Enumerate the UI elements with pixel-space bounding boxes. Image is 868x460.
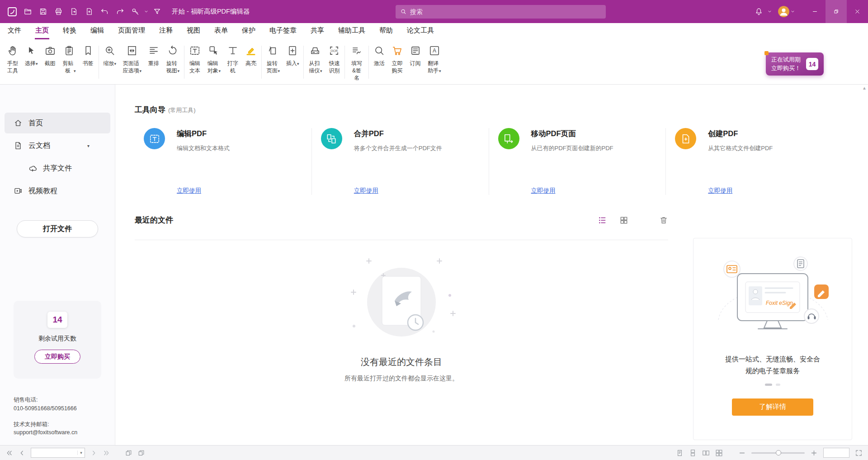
sidebar-item-video-tutorials[interactable]: 视频教程 xyxy=(5,180,110,201)
tab-share[interactable]: 共享 xyxy=(310,23,325,39)
ribbon-edit-object[interactable]: 编辑对象▾ xyxy=(204,44,224,75)
search-input[interactable] xyxy=(410,8,601,15)
previous-view-icon[interactable] xyxy=(125,449,132,457)
tab-protect[interactable]: 保护 xyxy=(241,23,256,39)
notifications-bell-icon[interactable] xyxy=(751,4,767,19)
zoom-slider[interactable] xyxy=(751,452,805,454)
trial-buy-badge[interactable]: 正在试用期 立即购买！ 14 xyxy=(766,52,824,76)
ribbon-subscribe[interactable]: 订阅 xyxy=(406,44,425,68)
quick-access-caret-icon[interactable] xyxy=(143,9,149,14)
tab-view[interactable]: 视图 xyxy=(186,23,201,39)
ribbon-translate-assistant[interactable]: 翻译助手▾ xyxy=(425,44,444,75)
redo-icon[interactable] xyxy=(112,4,127,19)
ribbon-insert-pages[interactable]: 插入▾ xyxy=(283,44,302,68)
tab-accessibility[interactable]: 辅助工具 xyxy=(338,23,366,39)
tab-home[interactable]: 主页 xyxy=(35,23,49,39)
undo-icon[interactable] xyxy=(97,4,112,19)
zoom-slider-thumb[interactable] xyxy=(776,450,781,455)
sidebar-item-cloud-docs[interactable]: 云文档 ▾ xyxy=(5,135,110,156)
page-number-input[interactable] xyxy=(31,450,77,456)
ribbon-zoom[interactable]: 缩放▾ xyxy=(100,44,120,68)
page-number-box[interactable]: ▾ xyxy=(31,448,85,458)
tab-paper-tools[interactable]: 论文工具 xyxy=(406,23,434,39)
list-view-icon[interactable] xyxy=(598,216,607,225)
page-dropdown-caret-icon[interactable]: ▾ xyxy=(77,451,85,455)
create-pdf-icon[interactable] xyxy=(81,4,97,19)
last-page-icon[interactable] xyxy=(103,449,110,457)
ribbon-typewriter[interactable]: 打字机 xyxy=(224,44,242,75)
ribbon-fit-page[interactable]: 页面适应选项▾ xyxy=(119,44,145,75)
ribbon-select[interactable]: 选择▾ xyxy=(22,44,41,68)
zoom-value-box[interactable] xyxy=(823,448,849,458)
tab-file[interactable]: 文件 xyxy=(7,23,22,39)
close-button[interactable] xyxy=(847,0,868,23)
buy-now-button[interactable]: 立即购买 xyxy=(34,350,80,364)
open-folder-icon[interactable] xyxy=(20,4,35,19)
carousel-dot-active[interactable] xyxy=(765,384,772,386)
restore-button[interactable] xyxy=(826,0,847,23)
open-file-button[interactable]: 打开文件 xyxy=(17,220,98,237)
account-caret-icon[interactable] xyxy=(790,9,796,14)
ribbon-clipboard[interactable]: 剪贴板▾ xyxy=(59,44,79,75)
previous-page-icon[interactable] xyxy=(18,449,26,457)
save-icon[interactable] xyxy=(35,4,51,19)
minimize-button[interactable] xyxy=(804,0,826,23)
export-pdf-icon[interactable] xyxy=(66,4,81,19)
ribbon-hand-tool[interactable]: 手型工具 xyxy=(4,44,22,75)
ribbon-bookmark[interactable]: 书签 xyxy=(79,44,97,68)
clear-recent-trash-icon[interactable] xyxy=(659,216,668,225)
use-now-link[interactable]: 立即使用 xyxy=(708,187,732,195)
print-icon[interactable] xyxy=(51,4,66,19)
first-page-icon[interactable] xyxy=(5,449,13,457)
carousel-dot[interactable] xyxy=(776,384,780,386)
sidebar-item-shared-files[interactable]: 共享文件 xyxy=(5,158,110,179)
carousel-dots[interactable] xyxy=(765,384,780,386)
scrollbar-up-icon[interactable]: ▲ xyxy=(862,85,867,90)
ribbon-highlight[interactable]: 高亮 xyxy=(242,44,260,68)
use-now-link[interactable]: 立即使用 xyxy=(531,187,556,195)
ribbon-rotate-pages[interactable]: 旋转页面▾ xyxy=(263,44,283,75)
notifications-caret-icon[interactable] xyxy=(767,9,773,14)
tool-card-combine-pdf[interactable]: 合并PDF 将多个文件合并生成一个PDF文件 立即使用 xyxy=(312,128,489,195)
ribbon-reflow[interactable]: 重排 xyxy=(145,44,163,68)
tab-esign[interactable]: 电子签章 xyxy=(269,23,297,39)
tool-card-move-pdf-pages[interactable]: 移动PDF页面 从已有的PDF页面创建新的PDF 立即使用 xyxy=(489,128,666,195)
tab-form[interactable]: 表单 xyxy=(214,23,228,39)
learn-more-button[interactable]: 了解详情 xyxy=(732,398,813,416)
tab-edit[interactable]: 编辑 xyxy=(90,23,104,39)
zoom-in-icon[interactable] xyxy=(810,449,818,457)
tab-comment[interactable]: 注释 xyxy=(159,23,173,39)
grid-view-icon[interactable] xyxy=(619,216,628,225)
zoom-value-input[interactable] xyxy=(824,448,849,457)
ribbon-edit-text[interactable]: 编辑文本 xyxy=(186,44,204,75)
ribbon-rotate-view[interactable]: 旋转视图▾ xyxy=(163,44,183,75)
single-page-view-icon[interactable] xyxy=(676,449,684,457)
tool-card-edit-pdf[interactable]: 编辑PDF 编辑文档和文本格式 立即使用 xyxy=(135,128,312,195)
tab-help[interactable]: 帮助 xyxy=(379,23,393,39)
ribbon-snapshot[interactable]: 截图 xyxy=(41,44,59,68)
facing-view-icon[interactable] xyxy=(702,449,710,457)
use-now-link[interactable]: 立即使用 xyxy=(177,187,201,195)
facing-continuous-view-icon[interactable] xyxy=(715,449,723,457)
user-avatar[interactable] xyxy=(778,5,790,18)
continuous-view-icon[interactable] xyxy=(689,449,697,457)
ribbon-activate[interactable]: 激活 xyxy=(370,44,388,68)
tab-convert[interactable]: 转换 xyxy=(62,23,77,39)
support-email-address[interactable]: support@foxitsoftware.cn xyxy=(14,428,77,437)
next-page-icon[interactable] xyxy=(90,449,98,457)
ribbon-mode-icon[interactable] xyxy=(149,4,165,19)
next-view-icon[interactable] xyxy=(137,449,145,457)
fullscreen-icon[interactable] xyxy=(855,449,863,457)
search-box[interactable] xyxy=(396,5,606,19)
esign-tool-icon[interactable] xyxy=(127,4,143,19)
tab-page-organize[interactable]: 页面管理 xyxy=(118,23,146,39)
chevron-down-icon[interactable]: ▾ xyxy=(87,143,90,148)
ribbon-fill-sign[interactable]: 填写&签名 xyxy=(346,44,367,83)
use-now-link[interactable]: 立即使用 xyxy=(354,187,378,195)
ribbon-buy-now[interactable]: 立即购买 xyxy=(388,44,406,75)
ribbon-from-scanner[interactable]: 从扫描仪▾ xyxy=(305,44,325,75)
sidebar-item-home[interactable]: 首页 xyxy=(5,113,110,133)
zoom-out-icon[interactable] xyxy=(738,449,746,457)
tool-card-create-pdf[interactable]: 创建PDF 从其它格式文件创建PDF 立即使用 xyxy=(666,128,843,195)
ribbon-quick-ocr[interactable]: 快速识别 xyxy=(325,44,343,75)
